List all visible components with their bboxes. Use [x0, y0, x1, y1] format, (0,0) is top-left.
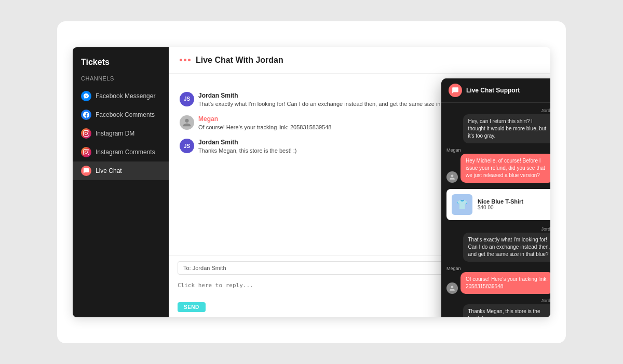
sidebar-label-messenger: Facebook Messenger	[96, 92, 155, 100]
sidebar-title: Tickets	[73, 58, 169, 75]
dot1	[180, 59, 182, 61]
dots-icon	[180, 59, 191, 61]
to-label: To: Jordan Smith	[183, 265, 226, 271]
sidebar-item-facebook-comments[interactable]: Facebook Comments	[73, 105, 169, 124]
chat-popup-header: Live Chat Support	[441, 78, 550, 103]
outer-card: Tickets Channels Facebook Messenger Face…	[57, 21, 566, 343]
app-container: Tickets Channels Facebook Messenger Face…	[73, 47, 550, 317]
messenger-icon	[81, 91, 91, 101]
chat-popup-title: Live Chat Support	[466, 87, 520, 94]
instagram-comments-icon	[81, 147, 91, 157]
sidebar-item-instagram-dm[interactable]: Instagram DM	[73, 124, 169, 143]
tracking-link: 2058315839548	[466, 284, 503, 289]
sidebar-label-instagram-comments: Instagram Comments	[96, 149, 155, 156]
chat-popup: Live Chat Support Jordan Hey, can I retu…	[441, 78, 550, 317]
product-info: Nice Blue T-Shirt $40.00	[478, 198, 523, 210]
sidebar-item-live-chat[interactable]: Live Chat	[73, 161, 169, 180]
product-card: 👕 Nice Blue T-Shirt $40.00	[446, 189, 550, 220]
popup-row-with-avatar-megan-2: Of course! Here's your tracking link: 20…	[446, 272, 550, 294]
popup-msg-megan-1: Megan Hey Michelle, of course! Before I …	[446, 147, 550, 183]
sidebar-item-facebook-messenger[interactable]: Facebook Messenger	[73, 87, 169, 105]
popup-bubble-jordan-2: That's exactly what I'm looking for! Can…	[463, 233, 551, 262]
main-header: Live Chat With Jordan	[169, 47, 550, 74]
popup-bubble-megan-1: Hey Michelle, of course! Before I issue …	[461, 154, 550, 183]
popup-label-megan-1: Megan	[446, 147, 461, 153]
live-chat-icon	[81, 166, 91, 176]
megan-avatar-sm-1	[446, 171, 458, 183]
popup-label-jordan-2: Jordan	[541, 226, 550, 232]
popup-label-jordan-3: Jordan	[541, 298, 550, 303]
instagram-dm-icon	[81, 128, 91, 139]
avatar-jordan-2: JS	[180, 139, 194, 153]
popup-bubble-jordan-1: Hey, can I return this shirt? I thought …	[463, 114, 551, 143]
sidebar: Tickets Channels Facebook Messenger Face…	[73, 47, 169, 317]
popup-label-megan-2: Megan	[446, 266, 461, 271]
sidebar-section-title: Channels	[73, 75, 169, 87]
popup-msg-jordan-2: Jordan That's exactly what I'm looking f…	[446, 226, 550, 262]
popup-msg-jordan-1: Jordan Hey, can I return this shirt? I t…	[446, 108, 550, 143]
popup-msg-megan-2: Megan Of course! Here's your tracking li…	[446, 266, 550, 294]
megan-avatar-sm-2	[446, 282, 458, 294]
facebook-icon	[81, 110, 91, 120]
product-name: Nice Blue T-Shirt	[478, 198, 523, 205]
sidebar-label-instagram-dm: Instagram DM	[96, 130, 134, 137]
dot2	[184, 59, 186, 61]
popup-row-with-avatar-megan-1: Hey Michelle, of course! Before I issue …	[446, 154, 550, 183]
sidebar-label-live-chat: Live Chat	[96, 167, 122, 174]
avatar-megan	[180, 115, 194, 130]
avatar-jordan: JS	[180, 92, 194, 106]
chat-support-icon	[449, 84, 462, 97]
sidebar-item-instagram-comments[interactable]: Instagram Comments	[73, 143, 169, 161]
product-price: $40.00	[478, 205, 523, 210]
main-title: Live Chat With Jordan	[196, 56, 283, 65]
popup-label-jordan-1: Jordan	[541, 108, 550, 113]
popup-bubble-megan-2: Of course! Here's your tracking link: 20…	[461, 272, 550, 294]
product-image: 👕	[452, 194, 472, 215]
popup-bubble-jordan-3: Thanks Megan, this store is the best! :)	[463, 304, 551, 317]
chat-popup-messages: Jordan Hey, can I return this shirt? I t…	[441, 103, 550, 317]
send-button[interactable]: SEND	[178, 302, 206, 312]
popup-msg-jordan-3: Jordan Thanks Megan, this store is the b…	[446, 298, 550, 317]
dot3	[188, 59, 191, 61]
sidebar-label-fb-comments: Facebook Comments	[96, 111, 155, 118]
